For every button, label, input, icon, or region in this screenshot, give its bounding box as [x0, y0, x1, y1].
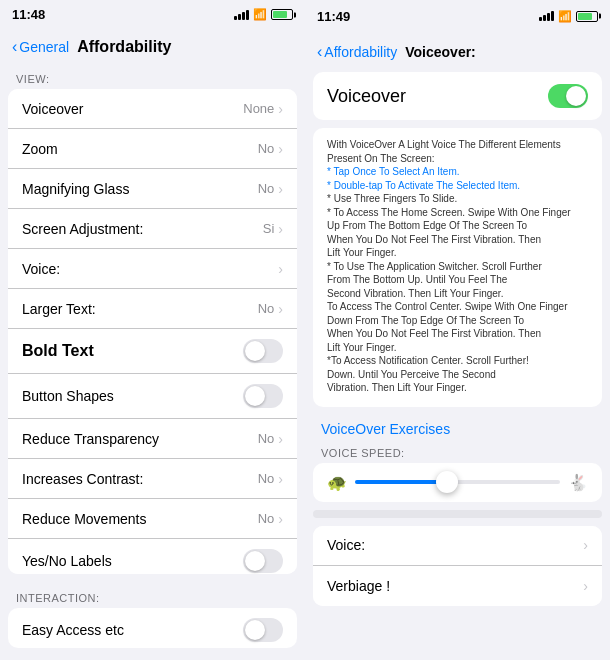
verbiage-chevron-icon: › [583, 578, 588, 594]
left-back-button[interactable]: ‹ General [12, 38, 69, 56]
voice-right: › [278, 261, 283, 277]
yes-no-labels-right [243, 549, 283, 573]
larger-text-label: Larger Text: [22, 301, 258, 317]
magnifying-glass-right: No › [258, 181, 283, 197]
voice-detail-right: › [583, 537, 588, 553]
reduce-transparency-value: No [258, 431, 275, 446]
voice-detail-chevron-icon: › [583, 537, 588, 553]
increases-contrast-item[interactable]: Increases Contrast: No › [8, 459, 297, 499]
zoom-value: No [258, 141, 275, 156]
reduce-movements-label: Reduce Movements [22, 511, 258, 527]
zoom-item[interactable]: Zoom No › [8, 129, 297, 169]
voiceover-exercises-link[interactable]: VoiceOver Exercises [305, 415, 610, 441]
left-status-icons: 📶 [234, 8, 293, 21]
slow-speed-icon: 🐢 [327, 473, 347, 492]
increases-contrast-value: No [258, 471, 275, 486]
button-shapes-item[interactable]: Button Shapes [8, 374, 297, 419]
magnifying-glass-item[interactable]: Magnifying Glass No › [8, 169, 297, 209]
button-shapes-right [243, 384, 283, 408]
screen-adjustment-value: Si [263, 221, 275, 236]
verbiage-label: Verbiage ! [327, 578, 583, 594]
screen-adjustment-label: Screen Adjustment: [22, 221, 263, 237]
voiceover-item[interactable]: Voiceover None › [8, 89, 297, 129]
right-panel: 11:49 📶 ‹ Affordability Voiceover: Voice… [305, 0, 610, 660]
voiceover-value: None [243, 101, 274, 116]
left-signal-icon [234, 10, 249, 20]
voiceover-desc-text: With VoiceOver A Light Voice The Differe… [327, 138, 588, 395]
view-section-label: VIEW: [0, 65, 305, 89]
speed-slider-track [355, 480, 560, 484]
right-battery-icon [576, 11, 598, 22]
screen-adjustment-item[interactable]: Screen Adjustment: Si › [8, 209, 297, 249]
right-back-label: Affordability [324, 44, 397, 60]
right-page-title: Voiceover: [405, 44, 476, 60]
bold-text-label: Bold Text [22, 342, 243, 360]
voice-label: Voice: [22, 261, 278, 277]
left-page-title: Affordability [77, 38, 171, 56]
interaction-list: Easy Access etc [8, 608, 297, 648]
larger-text-value: No [258, 301, 275, 316]
larger-text-right: No › [258, 301, 283, 317]
reduce-movements-value: No [258, 511, 275, 526]
voiceover-description: With VoiceOver A Light Voice The Differe… [313, 128, 602, 407]
left-panel: 11:48 📶 ‹ General Affordability VIEW: Vo… [0, 0, 305, 660]
right-back-chevron-icon: ‹ [317, 43, 322, 61]
yes-no-labels-label: Yes/No Labels [22, 553, 243, 569]
easy-access-label: Easy Access etc [22, 622, 243, 638]
larger-text-item[interactable]: Larger Text: No › [8, 289, 297, 329]
voice-chevron-icon: › [278, 261, 283, 277]
speed-slider-container: 🐢 🐇 [313, 463, 602, 502]
larger-text-chevron-icon: › [278, 301, 283, 317]
easy-access-right [243, 618, 283, 642]
voiceover-header: Voiceover [313, 72, 602, 120]
magnifying-glass-label: Magnifying Glass [22, 181, 258, 197]
verbiage-right: › [583, 578, 588, 594]
easy-access-toggle[interactable] [243, 618, 283, 642]
magnifying-glass-chevron-icon: › [278, 181, 283, 197]
magnifying-glass-value: No [258, 181, 275, 196]
button-shapes-label: Button Shapes [22, 388, 243, 404]
right-status-icons: 📶 [539, 10, 598, 23]
interaction-section-label: INTERACTION: [0, 586, 305, 608]
increases-contrast-label: Increases Contrast: [22, 471, 258, 487]
left-back-chevron-icon: ‹ [12, 38, 17, 56]
yes-no-labels-item[interactable]: Yes/No Labels [8, 539, 297, 574]
bold-text-toggle[interactable] [243, 339, 283, 363]
easy-access-item[interactable]: Easy Access etc [8, 608, 297, 648]
left-status-bar: 11:48 📶 [0, 0, 305, 29]
increases-contrast-right: No › [258, 471, 283, 487]
left-nav-bar: ‹ General Affordability [0, 29, 305, 65]
reduce-transparency-label: Reduce Transparency [22, 431, 258, 447]
screen-adjustment-chevron-icon: › [278, 221, 283, 237]
voiceover-chevron-icon: › [278, 101, 283, 117]
zoom-label: Zoom [22, 141, 258, 157]
separator-bar [313, 510, 602, 518]
voice-detail-item[interactable]: Voice: › [313, 526, 602, 566]
left-battery-icon [271, 9, 293, 20]
verbiage-item[interactable]: Verbiage ! › [313, 566, 602, 606]
yes-no-labels-toggle[interactable] [243, 549, 283, 573]
voiceover-toggle[interactable] [548, 84, 588, 108]
voice-item[interactable]: Voice: › [8, 249, 297, 289]
fast-speed-icon: 🐇 [568, 473, 588, 492]
reduce-movements-right: No › [258, 511, 283, 527]
reduce-movements-chevron-icon: › [278, 511, 283, 527]
right-status-bar: 11:49 📶 [305, 0, 610, 32]
bold-text-item[interactable]: Bold Text [8, 329, 297, 374]
speed-slider-fill [355, 480, 447, 484]
button-shapes-toggle[interactable] [243, 384, 283, 408]
voice-list: Voice: › Verbiage ! › [313, 526, 602, 606]
right-nav-bar: ‹ Affordability Voiceover: [305, 32, 610, 72]
voice-detail-label: Voice: [327, 537, 583, 553]
reduce-transparency-right: No › [258, 431, 283, 447]
reduce-movements-item[interactable]: Reduce Movements No › [8, 499, 297, 539]
voiceover-right: None › [243, 101, 283, 117]
zoom-right: No › [258, 141, 283, 157]
left-back-label: General [19, 39, 69, 55]
screen-adjustment-right: Si › [263, 221, 283, 237]
speed-slider-thumb[interactable] [436, 471, 458, 493]
reduce-transparency-item[interactable]: Reduce Transparency No › [8, 419, 297, 459]
right-back-button[interactable]: ‹ Affordability [317, 43, 397, 61]
voiceover-label: Voiceover [22, 101, 243, 117]
left-wifi-icon: 📶 [253, 8, 267, 21]
